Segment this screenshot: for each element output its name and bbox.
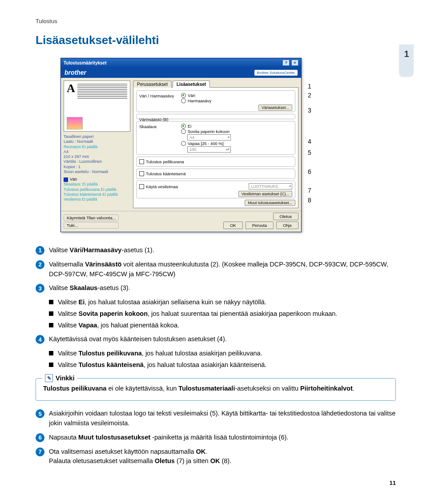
callout-7: 7 — [308, 187, 311, 194]
bullet-icon — [49, 323, 53, 327]
check-reverse[interactable]: Tulostus käänteisenä — [136, 169, 295, 179]
paper-size-select[interactable]: A4▾ — [187, 134, 231, 141]
note-header: ✎ Vinkki — [42, 374, 77, 383]
radio-grayscale[interactable]: Harmaasävy — [181, 98, 292, 103]
step-3-sub1: Valitse Ei, jos haluat tulostaa asiakirj… — [49, 298, 396, 307]
support-button[interactable]: Tuki... — [64, 222, 119, 229]
info-line: 210 x 297 mm — [64, 154, 130, 159]
check-watermark[interactable]: Käytä vesileimaa LUOTTAMUKS.▾ Vesileiman… — [136, 181, 295, 198]
info-line: Skaalaus: Ei päällä — [64, 182, 130, 187]
info-line: Reunaton Ei päällä — [64, 145, 130, 149]
step-3-sub3: Valitse Vapaa, jos haluat pienentää koko… — [49, 321, 396, 331]
step-badge: 4 — [36, 335, 44, 344]
status-monitor-button[interactable]: Käynnistä Tilan valvonta... — [64, 214, 119, 221]
ok-button[interactable]: OK — [223, 222, 243, 229]
radio-icon — [181, 98, 186, 103]
step-4: 4 Käytettävissä ovat myös käänteisen tul… — [36, 335, 396, 344]
more-print-settings-button[interactable]: Muut tulostusasetukset... — [245, 200, 295, 206]
info-color-row: Väri — [64, 177, 130, 182]
bullet-icon — [49, 300, 53, 304]
callouts: 1 2 3 4 5 6 7 8 — [308, 58, 321, 209]
radio-icon — [181, 124, 186, 129]
info-line: Tulostus käänteisenä Ei päällä — [64, 192, 130, 197]
callout-6: 6 — [308, 168, 311, 175]
bullet-icon — [49, 363, 53, 367]
info-line: Kopiot : 1 — [64, 165, 130, 169]
preview-image-icon — [67, 117, 83, 129]
radio-color[interactable]: Väri — [181, 93, 292, 98]
step-3: 3 Valitse Skaalaus-asetus (3). — [36, 283, 396, 293]
color-swatch-icon — [64, 177, 68, 182]
callout-5: 5 — [308, 149, 311, 156]
step-badge: 5 — [36, 409, 44, 418]
step-5: 5 Asiakirjoihin voidaan tulostaa logo ta… — [36, 409, 396, 428]
page-title: Lisäasetukset-välilehti — [36, 33, 396, 47]
titlebar: Tulostusmääritykset ? × — [61, 58, 301, 67]
step-4-sub2: Valitse Tulostus käänteisenä, jos haluat… — [49, 360, 396, 370]
note-box: ✎ Vinkki Tulostus peilikuvana ei ole käy… — [36, 378, 396, 401]
dialog-title: Tulostusmääritykset — [64, 60, 107, 65]
settings-panel: Väri / Harmaasävy Väri Harmaasävy Värias… — [133, 87, 298, 208]
info-line: Vesileima Ei päällä — [64, 197, 130, 202]
step-badge: 7 — [36, 448, 44, 456]
info-line: Tavallinen paperi — [64, 134, 130, 139]
header-section: Tulostus — [36, 18, 396, 24]
info-line: Laatu : Normaali — [64, 139, 130, 144]
preview-column: A Tavallinen paperi Laatu : Normaali Reu… — [64, 81, 130, 208]
group-ink-save: Värinsäästö (B) — [136, 114, 295, 119]
note-icon: ✎ — [45, 374, 53, 382]
brand-logo: brother — [64, 69, 86, 76]
preview-letter: A — [67, 82, 75, 95]
step-3-sub2: Valitse Sovita paperin kokoon, jos halua… — [49, 309, 396, 319]
group-color: Väri / Harmaasävy Väri Harmaasävy Värias… — [136, 90, 295, 112]
step-7: 7 Ota valitsemasi asetukset käyttöön nap… — [36, 447, 396, 467]
page-number: 11 — [36, 480, 396, 486]
tab-basic[interactable]: Perusasetukset — [133, 81, 172, 88]
color-settings-button[interactable]: Väriasetukset... — [258, 105, 292, 111]
bullet-icon — [49, 351, 53, 355]
tab-advanced[interactable]: Lisäasetukset — [173, 81, 210, 88]
checkbox-icon — [139, 184, 144, 189]
watermark-settings-button[interactable]: Vesileiman asetukset (C)... — [238, 191, 292, 197]
instructions: 1 Valitse Väri/Harmaasävy-asetus (1). 2 … — [36, 246, 396, 466]
radio-icon — [181, 141, 186, 146]
radio-scaling-free[interactable]: Vapaa [25 - 400 %] — [181, 141, 292, 146]
checkbox-icon — [139, 159, 144, 164]
step-4-sub1: Valitse Tulostus peilikuvana, jos haluat… — [49, 349, 396, 359]
scaling-percent-input[interactable]: 100▴▾ — [187, 146, 231, 153]
radio-scaling-fit[interactable]: Sovita paperin kokoon — [181, 129, 292, 134]
solutions-center-button[interactable]: Brother SolutionsCenter — [254, 70, 298, 76]
callout-8: 8 — [308, 197, 311, 204]
step-2: 2 Valitsemalla Värinsäästö voit alentaa … — [36, 260, 396, 279]
preview-info: Tavallinen paperi Laatu : Normaali Reuna… — [64, 134, 130, 202]
dialog-figure: Tulostusmääritykset ? × brother Brother … — [60, 58, 396, 232]
bullet-icon — [49, 311, 53, 316]
brand-row: brother Brother SolutionsCenter — [61, 67, 301, 78]
defaults-button[interactable]: Oletus — [273, 213, 298, 220]
close-icon[interactable]: × — [291, 60, 298, 66]
info-line: Tulostus peilikuvana Ei päällä — [64, 187, 130, 192]
preview-lines — [77, 84, 127, 100]
group-label: Skaalaus — [139, 124, 177, 129]
cancel-button[interactable]: Peruuta — [246, 222, 274, 229]
callout-2: 2 — [308, 92, 311, 99]
info-line: A4 — [64, 149, 130, 154]
radio-icon — [181, 93, 186, 98]
group-label: Väri / Harmaasävy — [139, 93, 177, 98]
step-badge: 1 — [36, 246, 44, 255]
check-mirror[interactable]: Tulostus peilikuvana — [136, 157, 295, 167]
info-line: Sivun asettelu : Normaali — [64, 169, 130, 174]
step-badge: 2 — [36, 260, 44, 269]
watermark-text-field: LUOTTAMUKS.▾ — [249, 183, 292, 190]
print-preferences-dialog: Tulostusmääritykset ? × brother Brother … — [60, 58, 302, 232]
checkbox-icon — [139, 171, 144, 176]
info-line: Väritila : Luonnollinen — [64, 159, 130, 164]
callout-4: 4 — [308, 138, 311, 145]
group-scaling: Skaalaus Ei Sovita paperin kokoon A4▾ Va… — [136, 121, 295, 155]
help-button[interactable]: Ohje — [276, 222, 298, 229]
step-6: 6 Napsauta Muut tulostusasetukset -paini… — [36, 433, 396, 443]
help-icon[interactable]: ? — [282, 60, 290, 66]
step-1: 1 Valitse Väri/Harmaasävy-asetus (1). — [36, 246, 396, 255]
radio-scaling-none[interactable]: Ei — [181, 124, 292, 129]
callout-3: 3 — [308, 107, 311, 114]
